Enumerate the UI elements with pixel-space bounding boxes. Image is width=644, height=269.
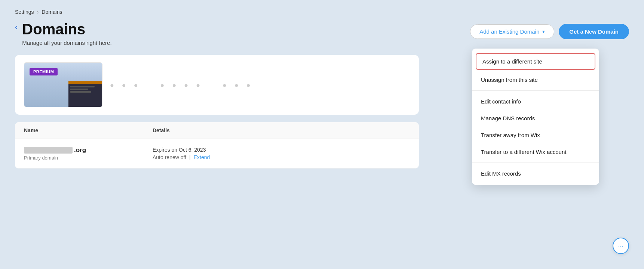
domain-expires: Expires on Oct 6, 2023 <box>153 147 281 153</box>
chevron-down-icon: ▾ <box>542 29 545 34</box>
table-row: .org Primary domain Expires on Oct 6, 20… <box>15 139 419 168</box>
page-subtitle: Manage all your domains right here. <box>22 40 111 46</box>
table-header-actions <box>281 127 410 133</box>
header-title-block: Domains Manage all your domains right he… <box>22 21 111 46</box>
extend-link[interactable]: Extend <box>194 154 210 160</box>
site-thumbnail: PREMIUM <box>24 62 102 107</box>
domain-name: .org <box>24 146 153 154</box>
domain-renew-row: Auto renew off | Extend <box>153 154 281 160</box>
domain-name-blur <box>24 147 73 154</box>
table-header-name: Name <box>24 127 153 133</box>
site-card: PREMIUM ● ● ● ● ● ● ● ● ● ● <box>15 55 419 115</box>
domain-tld: .org <box>74 146 86 154</box>
breadcrumb-separator: › <box>37 9 39 15</box>
thumbnail-inner-panel <box>68 81 102 107</box>
table-header: Name Details <box>15 122 419 139</box>
menu-item-edit-mx[interactable]: Edit MX records <box>472 165 599 182</box>
header-left: ‹ Domains Manage all your domains right … <box>15 21 112 46</box>
premium-badge: PREMIUM <box>30 68 58 75</box>
menu-item-edit-contact[interactable]: Edit contact info <box>472 93 599 110</box>
back-arrow-icon[interactable]: ‹ <box>15 23 18 31</box>
add-existing-domain-button[interactable]: Add an Existing Domain ▾ <box>470 24 554 39</box>
menu-separator-2 <box>472 163 599 163</box>
menu-item-manage-dns[interactable]: Manage DNS records <box>472 110 599 127</box>
auto-renew-status: Auto renew off <box>153 154 186 160</box>
table-header-details: Details <box>153 127 281 133</box>
domain-details-cell: Expires on Oct 6, 2023 Auto renew off | … <box>153 147 281 160</box>
header-actions: Add an Existing Domain ▾ Get a New Domai… <box>470 24 629 39</box>
menu-separator-1 <box>472 90 599 91</box>
menu-item-unassign[interactable]: Unassign from this site <box>472 71 599 88</box>
menu-item-transfer-different[interactable]: Transfer to a different Wix account <box>472 143 599 160</box>
domain-name-cell: .org Primary domain <box>24 146 153 161</box>
menu-item-transfer-away[interactable]: Transfer away from Wix <box>472 127 599 143</box>
breadcrumb-current: Domains <box>42 9 62 15</box>
page-header: ‹ Domains Manage all your domains right … <box>15 21 629 46</box>
dropdown-menu: Assign to a different site Unassign from… <box>472 49 599 185</box>
fab-icon: ··· <box>618 242 623 250</box>
menu-item-assign-different-site[interactable]: Assign to a different site <box>476 53 595 70</box>
get-new-domain-button[interactable]: Get a New Domain <box>559 24 629 39</box>
domain-primary-label: Primary domain <box>24 155 153 161</box>
site-name: ● ● ● ● ● ● ● ● ● ● <box>110 81 254 89</box>
breadcrumb-settings[interactable]: Settings <box>15 9 34 15</box>
divider-dot: | <box>189 154 191 160</box>
domain-table: Name Details .org Primary domain Expires… <box>15 122 419 168</box>
page-wrapper: Settings › Domains ‹ Domains Manage all … <box>0 0 644 269</box>
fab-button[interactable]: ··· <box>613 238 629 254</box>
breadcrumb: Settings › Domains <box>15 9 629 15</box>
page-title: Domains <box>22 21 111 37</box>
